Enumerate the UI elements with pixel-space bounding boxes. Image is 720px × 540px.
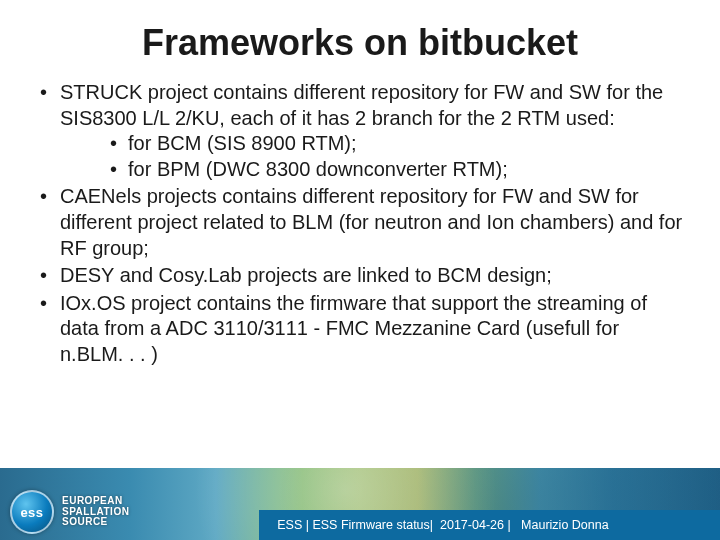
bullet-1a: for BCM (SIS 8900 RTM); bbox=[108, 131, 684, 157]
bullet-1b: for BPM (DWC 8300 downconverter RTM); bbox=[108, 157, 684, 183]
footer: ess EUROPEAN SPALLATION SOURCE ESS | ESS… bbox=[0, 468, 720, 540]
footer-sep3: | bbox=[504, 518, 521, 532]
footer-bar: ESS | ESS Firmware status | 2017-04-26 |… bbox=[259, 510, 720, 540]
bullet-2: CAENels projects contains different repo… bbox=[36, 184, 684, 261]
footer-date: 2017-04-26 bbox=[440, 518, 504, 532]
footer-author: Maurizio Donna bbox=[521, 518, 609, 532]
bullet-1a-text: for BCM (SIS 8900 RTM); bbox=[128, 132, 357, 154]
bullet-1b-text: for BPM (DWC 8300 downconverter RTM); bbox=[128, 158, 508, 180]
logo: ess EUROPEAN SPALLATION SOURCE bbox=[10, 490, 129, 534]
bullet-3-text: DESY and Cosy.Lab projects are linked to… bbox=[60, 264, 552, 286]
logo-abbr: ess bbox=[20, 505, 43, 520]
bullet-1-sublist: for BCM (SIS 8900 RTM); for BPM (DWC 830… bbox=[108, 131, 684, 182]
bullet-2-text: CAENels projects contains different repo… bbox=[60, 185, 682, 258]
logo-line3: SOURCE bbox=[62, 517, 129, 528]
footer-org: ESS bbox=[277, 518, 302, 532]
slide-title: Frameworks on bitbucket bbox=[0, 22, 720, 64]
footer-sep2: | bbox=[430, 518, 440, 532]
bullet-list: STRUCK project contains different reposi… bbox=[36, 80, 684, 368]
slide: Frameworks on bitbucket STRUCK project c… bbox=[0, 0, 720, 540]
logo-badge: ess bbox=[10, 490, 54, 534]
footer-doc: ESS Firmware status bbox=[312, 518, 429, 532]
footer-sep1: | bbox=[302, 518, 312, 532]
bullet-4-text: IOx.OS project contains the firmware tha… bbox=[60, 292, 647, 365]
bullet-1-text: STRUCK project contains different reposi… bbox=[60, 81, 663, 129]
bullet-1: STRUCK project contains different reposi… bbox=[36, 80, 684, 182]
bullet-4: IOx.OS project contains the firmware tha… bbox=[36, 291, 684, 368]
bullet-3: DESY and Cosy.Lab projects are linked to… bbox=[36, 263, 684, 289]
logo-text: EUROPEAN SPALLATION SOURCE bbox=[62, 496, 129, 528]
